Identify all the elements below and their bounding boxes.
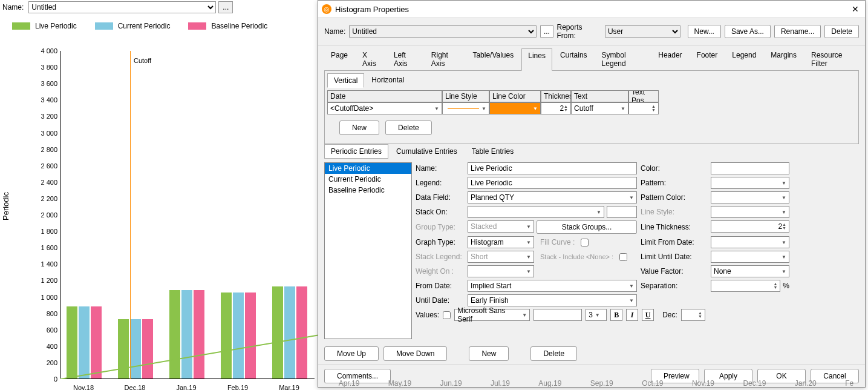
close-icon[interactable]: ✕ [849, 3, 861, 15]
spinner-icon[interactable]: ▲▼ [564, 105, 568, 112]
font-color-picker[interactable]: ▼ [534, 309, 582, 321]
font-size-select[interactable]: 3▼ [586, 309, 607, 321]
tab-symbol-legend[interactable]: Symbol Legend [595, 48, 651, 70]
prop-linestyle-select[interactable]: ▼ [711, 206, 789, 218]
legend-label-baseline: Baseline Periodic [211, 22, 267, 30]
bar [91, 306, 102, 378]
line-table-row[interactable]: <CutoffDate>▼ ▼ ▼ 2▲▼ Cutoff▼ ▲▼ [327, 102, 856, 114]
reports-from-select[interactable]: User [605, 25, 680, 38]
prop-legend-input[interactable]: Live Periodic [468, 177, 637, 189]
report-name-select[interactable]: Untitled [28, 1, 216, 13]
spinner-icon[interactable]: ▲▼ [651, 105, 656, 112]
prop-limituntil-label: Limit Until Date: [641, 251, 707, 263]
move-down-button[interactable]: Move Down [383, 346, 447, 361]
prop-graphtype-select[interactable]: Histogram▼ [468, 236, 534, 248]
name-ellipsis-button[interactable]: ... [218, 1, 233, 13]
dlg-name-select[interactable]: Untitled [349, 25, 537, 38]
prop-grouptype-label: Group Type: [416, 220, 464, 234]
tab-cumulative-entries[interactable]: Cumulative Entries [390, 144, 464, 159]
prop-grouptype-select: Stacked▼ [468, 220, 534, 233]
line-delete-button[interactable]: Delete [385, 121, 432, 135]
tab-table-values[interactable]: Table/Values [466, 48, 520, 70]
prop-limitfrom-select[interactable]: ▼ [711, 236, 789, 248]
save-as-button[interactable]: Save As... [725, 25, 771, 38]
rename-button[interactable]: Rename... [774, 25, 821, 38]
tab-right-axis[interactable]: Right Axis [425, 48, 465, 70]
dlg-name-ellipsis-button[interactable]: ... [540, 25, 553, 38]
new-report-button[interactable]: New... [688, 25, 721, 38]
bar [169, 290, 180, 378]
italic-button[interactable]: I [626, 309, 638, 321]
chevron-down-icon[interactable]: ▼ [434, 106, 439, 111]
tab-footer[interactable]: Footer [690, 48, 725, 70]
prop-stackon-label: Stack On: [416, 206, 464, 218]
ytick: 1 600 [30, 244, 57, 251]
chart-legend: Live Periodic Current Periodic Baseline … [0, 15, 315, 38]
tab-lines[interactable]: Lines [521, 48, 552, 71]
x-axis [60, 378, 315, 379]
chevron-down-icon[interactable]: ▼ [621, 106, 625, 111]
font-select[interactable]: Microsoft Sans Serif▼ [454, 309, 530, 321]
ytick: 2 600 [30, 162, 57, 170]
prop-color-picker[interactable]: ▼ [711, 162, 789, 174]
line-new-button[interactable]: New [339, 121, 379, 135]
stack-groups-button[interactable]: Stack Groups... [537, 220, 637, 234]
delete-report-button[interactable]: Delete [824, 25, 859, 38]
reports-from-label: Reports From: [557, 23, 601, 40]
values-checkbox[interactable] [443, 311, 451, 319]
tab-left-axis[interactable]: Left Axis [387, 48, 423, 70]
underline-button[interactable]: U [642, 309, 654, 321]
prop-name-input[interactable]: Live Periodic [468, 162, 637, 174]
prop-valuefactor-select[interactable]: None▼ [711, 265, 789, 277]
prop-stackon-select[interactable]: ▼ [468, 206, 604, 218]
prop-patterncolor-select[interactable]: ▼ [711, 191, 789, 203]
ytick: 800 [30, 310, 57, 317]
bar [79, 306, 90, 378]
list-item[interactable]: Live Periodic [325, 163, 411, 174]
bar [181, 290, 192, 378]
list-item[interactable]: Current Periodic [325, 174, 411, 185]
tab-periodic-entries[interactable]: Periodic Entries [324, 144, 388, 159]
line-color-cell[interactable]: ▼ [489, 102, 541, 114]
tab-legend[interactable]: Legend [725, 48, 763, 70]
stackinclude-label: Stack - Include <None> : [540, 253, 613, 260]
prop-pattern-select[interactable]: ▼ [711, 177, 789, 189]
subtab-horizontal[interactable]: Horizontal [365, 73, 410, 88]
prop-datafield-select[interactable]: Planned QTY▼ [468, 191, 637, 203]
prop-limituntil-select[interactable]: ▼ [711, 251, 789, 263]
prop-linethick-input[interactable]: 2▲▼ [711, 220, 789, 233]
entry-properties: Name: Live Periodic Color: ▼ Legend: Liv… [416, 162, 859, 339]
fillcurve-checkbox[interactable] [581, 239, 589, 246]
tab-x-axis[interactable]: X Axis [356, 48, 386, 70]
prop-fromdate-select[interactable]: Implied Start▼ [468, 280, 637, 292]
entry-delete-button[interactable]: Delete [530, 346, 577, 361]
xtick: Nov.18 [73, 384, 94, 390]
subtab-vertical[interactable]: Vertical [327, 73, 364, 88]
ytick: 1 800 [30, 228, 57, 235]
entry-new-button[interactable]: New [469, 346, 509, 361]
tab-header[interactable]: Header [651, 48, 688, 70]
entries-list[interactable]: Live PeriodicCurrent PeriodicBaseline Pe… [324, 162, 412, 339]
chevron-down-icon[interactable]: ▼ [481, 106, 486, 111]
prop-separation-input[interactable]: ▲▼ [711, 280, 780, 292]
prop-untildate-select[interactable]: Early Finish▼ [468, 294, 637, 306]
background-xticks: Apr.19May.19Jun.19Jul.19Aug.19Sep.19Oct.… [324, 379, 868, 388]
stackinclude-checkbox[interactable] [619, 253, 627, 261]
tab-table-entries[interactable]: Table Entries [465, 144, 520, 159]
ytick: 3 800 [30, 64, 57, 71]
prop-stacklegend-select: Short▼ [468, 251, 534, 263]
tab-resource-filter[interactable]: Resource Filter [804, 48, 859, 70]
col-linecolor: Line Color [489, 90, 541, 102]
tab-margins[interactable]: Margins [764, 48, 803, 70]
percent-label: % [783, 282, 789, 290]
move-up-button[interactable]: Move Up [324, 346, 379, 361]
chart-area: Live Periodic Current Periodic Baseline … [0, 15, 315, 388]
tab-curtains[interactable]: Curtains [553, 48, 594, 70]
prop-limitfrom-label: Limit From Date: [641, 236, 707, 248]
bar [284, 286, 295, 378]
list-item[interactable]: Baseline Periodic [325, 185, 411, 196]
tab-page[interactable]: Page [324, 48, 354, 70]
bold-button[interactable]: B [610, 309, 622, 321]
dec-input[interactable]: ▲▼ [681, 309, 705, 321]
prop-stackon-extra[interactable] [607, 206, 637, 218]
